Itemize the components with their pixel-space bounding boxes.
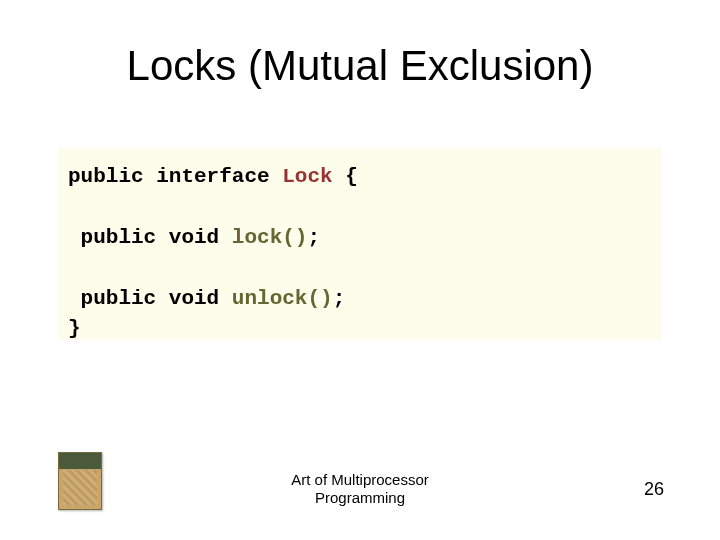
- code-text: public interface: [68, 165, 282, 188]
- code-blank: [68, 253, 652, 283]
- code-text: public void: [68, 287, 232, 310]
- code-method: lock(): [232, 226, 308, 249]
- footer-caption: Art of Multiprocessor Programming: [0, 471, 720, 509]
- code-text: }: [68, 317, 81, 340]
- code-line-4: }: [68, 314, 652, 344]
- code-block: public interface Lock { public void lock…: [58, 148, 662, 340]
- code-text: ;: [307, 226, 320, 249]
- slide-title: Locks (Mutual Exclusion): [0, 42, 720, 90]
- code-line-3: public void unlock();: [68, 284, 652, 314]
- code-line-1: public interface Lock {: [68, 162, 652, 192]
- code-method: unlock(): [232, 287, 333, 310]
- code-typename: Lock: [282, 165, 332, 188]
- footer-line2: Programming: [315, 489, 405, 506]
- code-blank: [68, 192, 652, 222]
- code-line-2: public void lock();: [68, 223, 652, 253]
- code-text: ;: [333, 287, 346, 310]
- slide-number: 26: [644, 479, 664, 500]
- code-text: {: [333, 165, 358, 188]
- code-text: public void: [68, 226, 232, 249]
- footer-line1: Art of Multiprocessor: [291, 471, 429, 488]
